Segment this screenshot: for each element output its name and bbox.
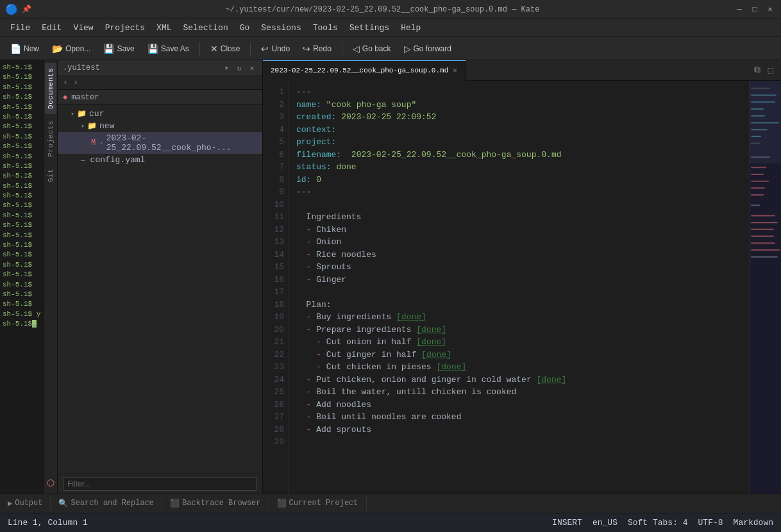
output-label: Output xyxy=(15,499,42,508)
sidebar-header: .yuitest ▾ ↻ ✕ xyxy=(58,60,262,76)
editor-content: 1 2 3 4 5 6 7 8 9 10 11 12 13 14 15 16 1 xyxy=(263,81,781,494)
sidebar-refresh-icon[interactable]: ↻ xyxy=(234,63,244,73)
output-icon: ▶ xyxy=(8,499,12,508)
toolbar: 📄 New 📂 Open... 💾 Save 💾 Save As ✕ Close… xyxy=(0,37,781,60)
current-project-icon: ⬛ xyxy=(277,499,287,508)
sidebar-expand-icon[interactable]: ▾ xyxy=(221,63,231,73)
tab-projects[interactable]: Projects xyxy=(45,115,56,162)
app-icon: 🔵 xyxy=(5,3,18,16)
editor-tab-active[interactable]: 2023-02-25_22.09.52__cook_pho-ga_soup.0.… xyxy=(263,60,466,81)
sidebar-close-icon[interactable]: ✕ xyxy=(247,63,257,73)
code-line-3: created: 2023-02-25 22:09:52 xyxy=(296,111,741,124)
goforward-label: Go forward xyxy=(414,44,451,53)
git-icon[interactable]: ⬡ xyxy=(44,476,58,490)
code-line-26: - Add noodles xyxy=(296,399,741,411)
panel-tabs: Documents Projects Git ⬡ xyxy=(44,60,58,494)
goback-icon: ◁ xyxy=(353,44,360,54)
svg-rect-17 xyxy=(751,215,775,216)
window-close-button[interactable]: ✕ xyxy=(764,4,776,15)
file-md-item[interactable]: M · 2023-02-25_22.09.52__cook_pho-... xyxy=(58,132,262,154)
undo-button[interactable]: ↩ Undo xyxy=(256,41,295,56)
goforward-icon: ▷ xyxy=(404,44,411,54)
save-button[interactable]: 💾 Save xyxy=(98,41,139,56)
folder-cur-label: cur xyxy=(89,109,104,119)
tab-current-project[interactable]: ⬛ Current Project xyxy=(269,496,367,511)
tab-backtrace[interactable]: ⬛ Backtrace Browser xyxy=(162,496,269,511)
code-line-18: Plan: xyxy=(296,299,741,312)
nav-forward-icon[interactable]: › xyxy=(71,78,81,88)
menu-help[interactable]: Help xyxy=(396,21,426,35)
redo-label: Redo xyxy=(313,44,332,53)
file-md-label: 2023-02-25_22.09.52__cook_pho-... xyxy=(106,133,257,153)
tab-documents[interactable]: Documents xyxy=(45,63,56,114)
code-line-13: - Onion xyxy=(296,236,741,249)
nav-back-icon[interactable]: ‹ xyxy=(60,78,71,88)
svg-rect-21 xyxy=(751,242,775,244)
menu-sessions[interactable]: Sessions xyxy=(256,21,306,35)
minimap xyxy=(749,81,781,494)
code-line-22: - Cut ginger in half [done] xyxy=(296,349,741,362)
code-line-8: id: 0 xyxy=(296,174,741,187)
tab-bar: 2023-02-25_22.09.52__cook_pho-ga_soup.0.… xyxy=(263,60,781,81)
toolbar-separator-2 xyxy=(250,42,251,55)
menu-view[interactable]: View xyxy=(68,21,98,35)
minimize-button[interactable]: — xyxy=(734,4,745,15)
code-line-1: --- xyxy=(296,86,741,99)
toolbar-separator-3 xyxy=(342,42,342,55)
menu-selection[interactable]: Selection xyxy=(178,21,233,35)
bottom-tabs-row: ▶ Output 🔍 Search and Replace ⬛ Backtrac… xyxy=(0,494,781,513)
menu-file[interactable]: File xyxy=(5,21,35,35)
saveas-button[interactable]: 💾 Save As xyxy=(142,41,194,56)
menu-projects[interactable]: Projects xyxy=(100,21,150,35)
menu-edit[interactable]: Edit xyxy=(37,21,67,35)
tab-git[interactable]: Git xyxy=(45,163,56,187)
split-vertical-icon[interactable]: ⧉ xyxy=(752,63,763,77)
syntax-status: Markdown xyxy=(734,518,773,528)
pin-icon[interactable]: 📌 xyxy=(22,4,31,14)
file-md-icon: · xyxy=(99,139,104,147)
code-line-5: project: xyxy=(296,136,741,149)
menu-tools[interactable]: Tools xyxy=(308,21,343,35)
folder-new-chevron: ▾ xyxy=(81,122,85,130)
folder-cur[interactable]: ▾ 📁 cur xyxy=(58,108,262,120)
tab-output[interactable]: ▶ Output xyxy=(0,496,51,511)
goback-button[interactable]: ◁ Go back xyxy=(348,41,396,56)
folder-new[interactable]: ▾ 📁 new xyxy=(58,120,262,132)
goforward-button[interactable]: ▷ Go forward xyxy=(399,41,457,56)
svg-rect-18 xyxy=(751,222,778,223)
redo-button[interactable]: ↪ Redo xyxy=(298,41,337,56)
saveas-label: Save As xyxy=(161,44,189,53)
code-line-24: - Put chicken, onion and ginger in cold … xyxy=(296,374,741,387)
file-yaml-icon: — xyxy=(81,156,85,164)
svg-rect-13 xyxy=(751,181,769,182)
svg-rect-22 xyxy=(751,249,780,251)
new-button[interactable]: 📄 New xyxy=(5,41,44,56)
encoding-status: UTF-8 xyxy=(698,518,723,528)
code-line-23: - Cut chicken in pieses [done] xyxy=(296,361,741,374)
code-line-7: status: done xyxy=(296,161,741,174)
tab-close-button[interactable]: ✕ xyxy=(452,66,457,75)
filter-input[interactable] xyxy=(63,477,257,491)
code-line-6: filename: 2023-02-25_22.09.52__cook_pho-… xyxy=(296,149,741,162)
menu-settings[interactable]: Settings xyxy=(344,21,394,35)
code-line-9: --- xyxy=(296,186,741,199)
tab-search-replace[interactable]: 🔍 Search and Replace xyxy=(51,496,162,511)
indent-status: Soft Tabs: 4 xyxy=(628,518,688,528)
menu-xml[interactable]: XML xyxy=(151,21,176,35)
file-yaml-item[interactable]: — config.yaml xyxy=(58,154,262,166)
split-horizontal-icon[interactable]: ⬚ xyxy=(766,63,776,77)
backtrace-label: Backtrace Browser xyxy=(182,499,260,508)
code-line-16: - Ginger xyxy=(296,274,741,287)
current-project-label: Current Project xyxy=(289,499,358,508)
open-button[interactable]: 📂 Open... xyxy=(47,41,96,56)
code-line-19: - Buy ingredients [done] xyxy=(296,311,741,324)
code-line-14: - Rice noodles xyxy=(296,249,741,262)
menu-go[interactable]: Go xyxy=(235,21,255,35)
code-area[interactable]: --- name: "cook pho-ga soup" created: 20… xyxy=(289,81,749,494)
backtrace-icon: ⬛ xyxy=(170,499,180,508)
svg-rect-15 xyxy=(751,194,764,195)
code-line-27: - Boil until noodles are cooked xyxy=(296,411,741,424)
close-button[interactable]: ✕ Close xyxy=(205,41,246,56)
maximize-button[interactable]: □ xyxy=(749,4,760,15)
code-line-11: Ingredients xyxy=(296,211,741,224)
